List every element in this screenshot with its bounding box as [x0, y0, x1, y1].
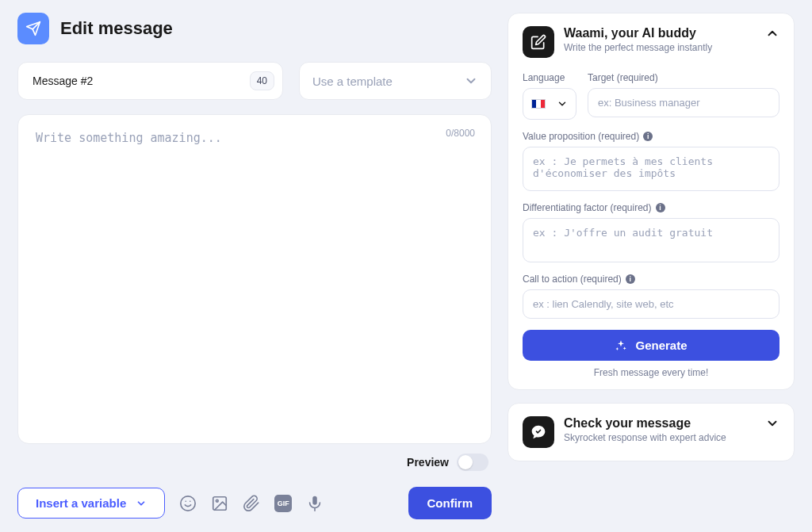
- preview-toggle[interactable]: [457, 454, 488, 471]
- page-header: Edit message: [17, 13, 492, 44]
- insert-variable-label: Insert a variable: [36, 496, 126, 510]
- flag-france-icon: [531, 99, 546, 109]
- gif-icon[interactable]: GIF: [274, 495, 292, 512]
- message-textarea[interactable]: [36, 131, 473, 427]
- page-title: Edit message: [60, 18, 173, 39]
- message-name: Message #2: [33, 75, 93, 87]
- sparkle-icon: [615, 339, 627, 352]
- char-counter: 0/8000: [446, 128, 475, 139]
- template-placeholder: Use a template: [312, 75, 393, 88]
- cta-input[interactable]: [523, 289, 779, 319]
- compose-icon: [523, 26, 554, 58]
- confirm-button[interactable]: Confirm: [408, 487, 492, 519]
- check-chat-icon: [523, 416, 554, 448]
- diff-factor-label: Differentiating factor (required)i: [523, 202, 779, 213]
- attachment-icon[interactable]: [243, 495, 260, 512]
- microphone-icon[interactable]: [306, 495, 324, 512]
- ai-title: Waami, your AI buddy: [564, 26, 756, 40]
- diff-factor-input[interactable]: [523, 218, 779, 262]
- ai-buddy-card: Waami, your AI buddy Write the perfect m…: [508, 13, 795, 390]
- generate-label: Generate: [635, 339, 687, 352]
- check-title: Check your message: [564, 416, 756, 431]
- svg-point-6: [216, 499, 219, 502]
- cta-label: Call to action (required)i: [523, 274, 779, 285]
- info-icon[interactable]: i: [626, 274, 635, 284]
- value-prop-input[interactable]: [523, 147, 779, 191]
- ai-subtitle: Write the perfect message instantly: [564, 42, 756, 53]
- language-select[interactable]: [523, 88, 576, 120]
- chevron-down-icon[interactable]: [765, 416, 779, 431]
- check-subtitle: Skyrocket response with expert advice: [564, 432, 756, 443]
- chevron-up-icon[interactable]: [765, 26, 779, 40]
- insert-variable-button[interactable]: Insert a variable: [17, 488, 165, 519]
- fresh-message-note: Fresh message every time!: [523, 367, 779, 378]
- target-input[interactable]: [588, 88, 779, 117]
- chevron-down-icon: [464, 74, 478, 88]
- message-name-card[interactable]: Message #2 40: [17, 62, 283, 100]
- info-icon[interactable]: i: [656, 203, 665, 212]
- target-label: Target (required): [588, 72, 779, 83]
- language-label: Language: [523, 72, 576, 83]
- chevron-down-icon: [557, 98, 568, 109]
- chevron-down-icon: [136, 498, 147, 509]
- generate-button[interactable]: Generate: [523, 330, 779, 361]
- send-icon: [17, 13, 49, 44]
- template-dropdown[interactable]: Use a template: [299, 62, 492, 100]
- info-icon[interactable]: i: [643, 132, 653, 141]
- image-icon[interactable]: [211, 495, 228, 512]
- message-length-badge: 40: [250, 71, 274, 90]
- svg-point-2: [181, 496, 195, 510]
- preview-label: Preview: [407, 456, 449, 469]
- emoji-icon[interactable]: [179, 495, 197, 512]
- check-message-card[interactable]: Check your message Skyrocket response wi…: [508, 403, 795, 461]
- value-prop-label: Value proposition (required)i: [523, 131, 779, 142]
- message-editor[interactable]: 0/8000: [17, 114, 492, 444]
